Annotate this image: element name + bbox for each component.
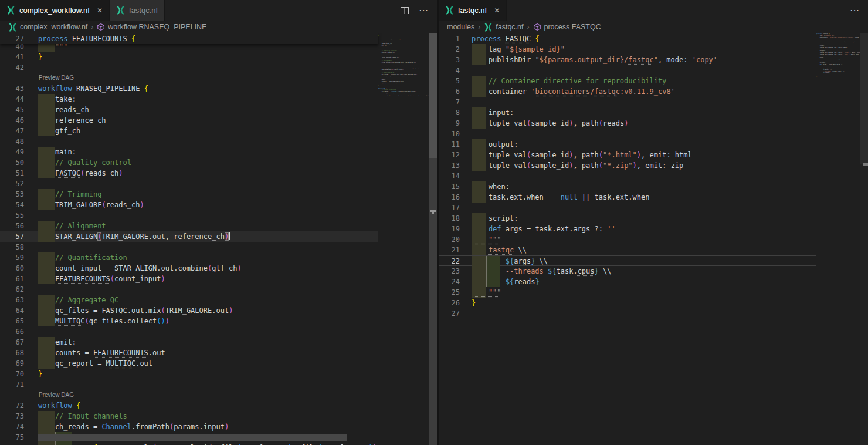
line-number[interactable]: 26 <box>439 298 460 308</box>
code-line[interactable]: 60 count_input = STAR_ALIGN.out.combine(… <box>0 263 378 274</box>
line-number[interactable]: 74 <box>0 422 24 432</box>
code-line[interactable]: 54 TRIM_GALORE(reads_ch) <box>0 200 378 210</box>
code-line[interactable]: 11 output: <box>439 139 816 150</box>
code-line[interactable]: 65 MULTIQC(qc_files.collect()) <box>0 316 378 326</box>
line-number[interactable]: 66 <box>0 326 24 337</box>
line-number[interactable]: 52 <box>0 178 24 189</box>
code-line[interactable]: 23 --threads ${task.cpus} \\ <box>439 266 816 277</box>
line-number[interactable]: 64 <box>0 305 24 316</box>
line-number[interactable]: 11 <box>439 139 460 150</box>
line-number[interactable]: 3 <box>439 55 460 65</box>
code-line[interactable]: 55 <box>0 210 378 221</box>
line-number[interactable]: 50 <box>0 157 24 168</box>
code-line[interactable]: 8 input: <box>439 107 816 118</box>
vertical-scrollbar[interactable] <box>429 33 437 445</box>
close-icon[interactable]: ✕ <box>494 6 500 15</box>
line-number[interactable]: 18 <box>439 213 460 224</box>
code-line[interactable]: 3 publishDir "${params.output_dir}/fastq… <box>439 55 816 65</box>
breadcrumb-item[interactable]: process FASTQC <box>533 23 601 31</box>
code-line[interactable]: 20 """ <box>439 234 816 245</box>
line-number[interactable]: 68 <box>0 348 24 358</box>
line-number[interactable]: 61 <box>0 274 24 284</box>
line-number[interactable]: 4 <box>439 65 460 76</box>
line-number[interactable]: 48 <box>0 136 24 147</box>
tab-fastqc-nf[interactable]: fastqc.nf <box>110 0 165 21</box>
line-number[interactable]: 41 <box>0 52 24 62</box>
line-number[interactable]: 20 <box>439 234 460 245</box>
line-number[interactable]: 65 <box>0 316 24 326</box>
code-line[interactable]: 44 take: <box>0 94 378 104</box>
code-line[interactable]: 16 task.ext.when == null || task.ext.whe… <box>439 192 816 203</box>
line-number[interactable]: 56 <box>0 221 24 231</box>
code-line[interactable]: 74 ch_reads = Channel.fromPath(params.in… <box>0 422 378 432</box>
line-number[interactable]: 47 <box>0 126 24 136</box>
line-number[interactable]: 8 <box>439 107 460 118</box>
line-number[interactable]: 71 <box>0 379 24 390</box>
code-line[interactable]: 22 ${args} \\ <box>439 255 816 266</box>
code-line[interactable]: 49 main: <box>0 147 378 157</box>
line-number[interactable]: 62 <box>0 284 24 295</box>
code-line[interactable]: 41} <box>0 52 378 62</box>
code-line[interactable]: 43workflow RNASEQ_PIPELINE { <box>0 83 378 94</box>
codelens-preview-dag[interactable]: Preview DAG <box>0 390 378 400</box>
code-line[interactable]: 13 tuple val(sample_id), path("*.zip"), … <box>439 160 816 171</box>
code-line[interactable]: 15 when: <box>439 181 816 192</box>
line-number[interactable]: 19 <box>439 224 460 234</box>
code-line[interactable]: 72workflow { <box>0 400 378 411</box>
horizontal-scrollbar-thumb[interactable] <box>38 434 347 441</box>
line-number[interactable]: 17 <box>439 203 460 213</box>
code-line[interactable]: 62 <box>0 284 378 295</box>
code-line[interactable]: 1process FASTQC { <box>439 33 816 44</box>
code-line[interactable]: 4 <box>439 65 816 76</box>
line-number[interactable]: 67 <box>0 337 24 348</box>
code-line[interactable]: 61 FEATURECOUNTS(count_input) <box>0 274 378 284</box>
line-number[interactable]: 23 <box>439 266 460 277</box>
breadcrumb-item[interactable]: workflow RNASEQ_PIPELINE <box>97 23 206 31</box>
code-line[interactable]: 7 <box>439 97 816 107</box>
scrollbar-grip[interactable] <box>430 210 436 212</box>
code-editor[interactable]: 1process FASTQC {2 tag "${sample_id}"3 p… <box>439 33 868 445</box>
line-number[interactable]: 60 <box>0 263 24 274</box>
code-line[interactable]: 63 // Aggregate QC <box>0 295 378 305</box>
line-number[interactable]: 15 <box>439 181 460 192</box>
line-number[interactable]: 51 <box>0 168 24 178</box>
code-line[interactable]: 50 // Quality control <box>0 157 378 168</box>
code-line[interactable]: 2 tag "${sample_id}" <box>439 44 816 55</box>
code-line[interactable]: 27 <box>439 308 816 319</box>
line-number[interactable]: 55 <box>0 210 24 221</box>
breadcrumb-item[interactable]: fastqc.nf <box>484 23 523 32</box>
line-number[interactable]: 59 <box>0 252 24 263</box>
breadcrumb-item[interactable]: modules <box>447 23 474 31</box>
tab-fastqc-nf[interactable]: fastqc.nf✕ <box>439 0 507 21</box>
line-number[interactable]: 72 <box>0 400 24 411</box>
code-line[interactable]: 64 qc_files = FASTQC.out.mix(TRIM_GALORE… <box>0 305 378 316</box>
line-number[interactable]: 53 <box>0 189 24 200</box>
code-line[interactable]: 59 // Quantification <box>0 252 378 263</box>
code-line[interactable]: 70} <box>0 369 378 379</box>
code-line[interactable]: 45 reads_ch <box>0 104 378 115</box>
code-line[interactable]: 57 STAR_ALIGN(TRIM_GALORE.out, reference… <box>0 231 378 242</box>
code-line[interactable]: 14 <box>439 171 816 181</box>
line-number[interactable]: 27 <box>439 308 460 319</box>
code-line[interactable]: 58 <box>0 242 378 252</box>
code-line[interactable]: 5 // Container directive for reproducibi… <box>439 76 816 86</box>
line-number[interactable]: 70 <box>0 369 24 379</box>
line-number[interactable]: 44 <box>0 94 24 104</box>
minimap[interactable]: process FASTQC { tag "${sample_id}" publ… <box>816 33 860 445</box>
codelens-preview-dag[interactable]: Preview DAG <box>0 73 378 83</box>
more-actions-icon[interactable]: ⋯ <box>850 5 860 16</box>
line-number[interactable]: 5 <box>439 76 460 86</box>
code-line[interactable]: 18 script: <box>439 213 816 224</box>
line-number[interactable]: 16 <box>439 192 460 203</box>
code-line[interactable]: 53 // Trimming <box>0 189 378 200</box>
horizontal-scrollbar[interactable] <box>0 434 378 441</box>
code-line[interactable]: 25 """ <box>439 287 816 298</box>
code-line[interactable]: 67 emit: <box>0 337 378 348</box>
line-number[interactable]: 22 <box>439 256 460 265</box>
code-line[interactable]: 56 // Alignment <box>0 221 378 231</box>
code-line[interactable]: 19 def args = task.ext.args ?: '' <box>439 224 816 234</box>
vertical-scrollbar[interactable] <box>860 33 868 445</box>
code-line[interactable]: 69 qc_report = MULTIQC.out <box>0 358 378 369</box>
code-line[interactable]: 26} <box>439 298 816 308</box>
line-number[interactable]: 76 <box>0 443 24 445</box>
